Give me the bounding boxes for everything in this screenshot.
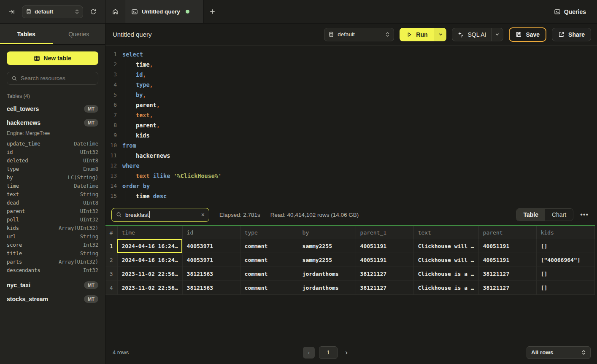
table-cell[interactable]: 40051191 [356,253,413,267]
column-row[interactable]: idUInt32 [7,148,98,156]
table-cell[interactable]: 2023-11-02 22:56… [117,267,182,281]
table-cell[interactable]: [] [536,267,594,281]
sidebar-table-hackernews[interactable]: hackernews MT [7,116,98,129]
table-cell[interactable]: Clickhouse is a … [413,267,478,281]
table-cell[interactable]: sammy2255 [298,253,356,267]
table-cell[interactable]: comment [240,267,298,281]
column-row[interactable]: kidsArray(UInt32) [7,224,98,232]
sidebar-table-stocks-stream[interactable]: stocks_stream MT [7,292,98,306]
editor-line[interactable]: 1select [105,49,597,59]
table-cell[interactable]: 38121127 [478,281,536,295]
sql-ai-button[interactable]: SQL AI [452,31,492,38]
database-selector-toolbar[interactable]: default [324,28,394,41]
column-row[interactable]: urlString [7,232,98,241]
queries-nav-button[interactable]: Queries [554,0,597,23]
sidebar-tab-tables[interactable]: Tables [0,24,53,44]
editor-line[interactable]: 6parent, [105,100,597,110]
database-selector-top[interactable]: default [22,5,83,18]
resource-search-input[interactable] [21,75,94,81]
editor-line[interactable]: 15time desc [105,191,597,201]
run-options-button[interactable] [435,28,446,41]
table-cell[interactable]: 38121127 [478,267,536,281]
view-toggle-table[interactable]: Table [516,209,545,221]
sidebar-table-cell-towers[interactable]: cell_towers MT [7,102,98,116]
run-button[interactable]: Run [400,28,434,41]
editor-line[interactable]: 9kids [105,130,597,140]
table-cell[interactable]: 2023-11-02 22:56… [117,281,182,295]
column-row[interactable]: deadUInt8 [7,199,98,207]
column-header-parent_1[interactable]: parent_1 [356,226,413,239]
editor-line[interactable]: 12where [105,161,597,171]
column-row[interactable]: textString [7,190,98,199]
table-cell[interactable]: ["40066964"] [536,253,594,267]
table-cell[interactable]: jordanthoms [298,267,356,281]
table-cell[interactable]: [] [536,281,594,295]
more-options-button[interactable]: ••• [579,209,589,220]
table-cell[interactable]: comment [240,281,298,295]
column-row[interactable]: deletedUInt8 [7,156,98,165]
table-cell[interactable]: 40053971 [182,253,240,267]
editor-line[interactable]: 8parent, [105,120,597,130]
table-cell[interactable]: Clickhouse will … [413,253,478,267]
editor-line[interactable]: 5by, [105,90,597,100]
table-cell[interactable]: comment [240,239,298,253]
editor-line[interactable]: 11hackernews [105,151,597,161]
editor-line[interactable]: 13text ilike '%ClickHouse%' [105,171,597,181]
column-row[interactable]: parentUInt32 [7,207,98,216]
tab-untitled-query[interactable]: Untitled query [125,0,204,23]
sql-editor[interactable]: 1select2time,3id,4type,5by,6parent,7text… [105,46,597,205]
new-table-button[interactable]: New table [7,51,98,65]
table-cell[interactable]: Clickhouse is a … [413,281,478,295]
home-tab[interactable] [105,0,125,23]
column-row[interactable]: partsArray(UInt32) [7,258,98,266]
column-row[interactable]: scoreInt32 [7,241,98,249]
collapse-sidebar-button[interactable] [6,6,18,18]
sql-ai-options-button[interactable] [491,28,503,41]
next-page-button[interactable]: › [342,347,351,359]
table-cell[interactable]: 40051191 [478,253,536,267]
column-row[interactable]: update_timeDateTime [7,140,98,148]
column-row[interactable]: pollUInt32 [7,216,98,224]
sidebar-table-nyc-taxi[interactable]: nyc_taxi MT [7,278,98,292]
column-header-time[interactable]: time [117,226,182,239]
table-cell[interactable]: jordanthoms [298,281,356,295]
sidebar-tab-queries[interactable]: Queries [53,24,105,44]
row-index[interactable]: 2 [105,253,117,267]
row-index[interactable]: 4 [105,281,117,295]
editor-line[interactable]: 7text, [105,110,597,120]
column-header-by[interactable]: by [298,226,356,239]
previous-page-button[interactable]: ‹ [303,347,315,359]
results-search[interactable]: breakfast × [111,208,209,222]
table-cell[interactable]: 2024-04-16 16:24… [117,253,182,267]
table-cell[interactable]: 2024-04-16 16:24… [117,239,182,253]
page-number-input[interactable]: 1 [319,346,338,359]
column-header-id[interactable]: id [182,226,240,239]
table-cell[interactable]: 38121563 [182,267,240,281]
row-index[interactable]: 1 [105,239,117,253]
page-size-selector[interactable]: All rows [527,346,591,359]
editor-line[interactable]: 10from [105,140,597,151]
column-header-text[interactable]: text [413,226,478,239]
column-header-type[interactable]: type [240,226,298,239]
share-button[interactable]: Share [552,28,591,41]
column-row[interactable]: titleString [7,249,98,258]
refresh-button[interactable] [87,6,99,18]
column-header-kids[interactable]: kids [536,226,594,239]
column-header-index[interactable]: # [105,226,117,239]
table-cell[interactable]: [] [536,239,594,253]
save-button[interactable]: Save [509,27,546,42]
column-row[interactable]: timeDateTime [7,182,98,190]
table-cell[interactable]: 40051191 [356,239,413,253]
table-cell[interactable]: 38121127 [356,281,413,295]
resource-search[interactable] [7,72,98,85]
table-cell[interactable]: Clickhouse will … [413,239,478,253]
column-row[interactable]: byLC(String) [7,173,98,182]
editor-line[interactable]: 2time, [105,59,597,70]
table-cell[interactable]: 40053971 [182,239,240,253]
column-row[interactable]: typeEnum8 [7,165,98,173]
table-cell[interactable]: comment [240,253,298,267]
table-cell[interactable]: 40051191 [478,239,536,253]
table-cell[interactable]: 38121127 [356,267,413,281]
table-cell[interactable]: 38121563 [182,281,240,295]
clear-search-icon[interactable]: × [201,211,205,218]
